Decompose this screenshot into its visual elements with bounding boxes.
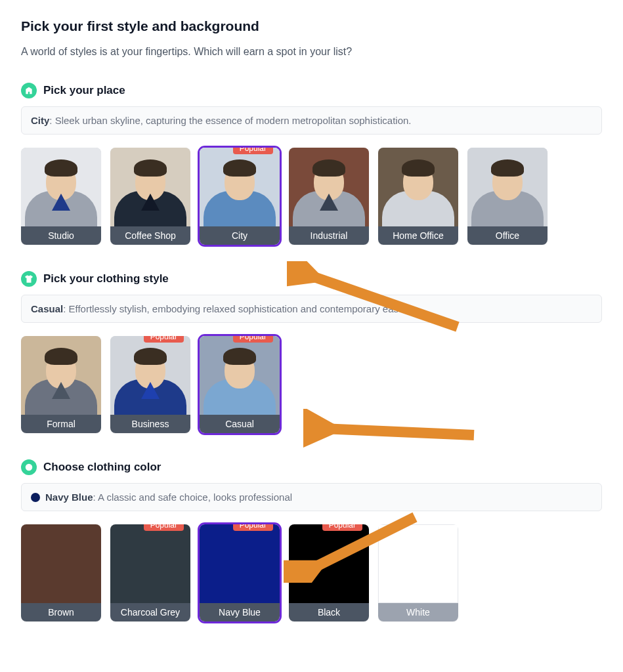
section-place: Pick your place City: Sleek urban skylin…	[21, 83, 602, 245]
color-description-box: Navy Blue: A classic and safe choice, lo…	[21, 483, 602, 511]
place-description-box: City: Sleek urban skyline, capturing the…	[21, 106, 602, 135]
option-label: White	[378, 603, 458, 621]
option-label: Black	[289, 603, 369, 621]
option-label: Formal	[21, 415, 101, 433]
section-color-title: Choose clothing color	[43, 461, 161, 474]
section-place-title: Pick your place	[43, 84, 125, 97]
color-option-brown[interactable]: Brown	[21, 524, 101, 621]
popular-badge: Popular	[144, 524, 184, 531]
option-thumbnail	[21, 148, 101, 226]
page-title: Pick your first style and background	[21, 18, 602, 34]
color-option-charcoal-grey[interactable]: PopularCharcoal Grey	[110, 524, 190, 621]
option-thumbnail	[467, 148, 548, 226]
popular-badge: Popular	[322, 524, 362, 531]
option-label: Coffee Shop	[110, 226, 190, 245]
option-label: Brown	[21, 603, 101, 621]
option-label: City	[200, 226, 280, 245]
place-options-row: StudioCoffee ShopPopularCityIndustrialHo…	[21, 148, 602, 245]
clothing-description-box: Casual: Effortlessly stylish, embodying …	[21, 295, 602, 323]
color-options-row: BrownPopularCharcoal GreyPopularNavy Blu…	[21, 524, 602, 621]
color-option-white[interactable]: White	[378, 524, 458, 621]
popular-badge: Popular	[233, 524, 273, 531]
section-clothing: Pick your clothing style Casual: Effortl…	[21, 271, 602, 433]
clothing-selected-name: Casual	[31, 303, 63, 314]
color-swatch	[110, 524, 190, 603]
place-option-office[interactable]: Office	[467, 148, 548, 245]
clothing-option-business[interactable]: PopularBusiness	[110, 336, 190, 433]
popular-badge: Popular	[233, 148, 273, 154]
option-label: Charcoal Grey	[110, 603, 190, 621]
place-option-coffee-shop[interactable]: Coffee Shop	[110, 148, 190, 245]
option-label: Casual	[200, 415, 280, 433]
clothing-option-casual[interactable]: PopularCasual	[200, 336, 280, 433]
color-swatch	[200, 524, 280, 603]
option-thumbnail	[110, 148, 190, 226]
option-label: Studio	[21, 226, 101, 245]
option-label: Navy Blue	[200, 603, 280, 621]
color-swatch	[378, 524, 458, 603]
clothing-option-formal[interactable]: Formal	[21, 336, 101, 433]
option-thumbnail	[378, 148, 458, 226]
option-label: Industrial	[289, 226, 369, 245]
option-thumbnail	[21, 336, 101, 415]
place-option-industrial[interactable]: Industrial	[289, 148, 369, 245]
section-clothing-title: Pick your clothing style	[43, 272, 169, 285]
svg-point-1	[28, 466, 31, 469]
option-label: Business	[110, 415, 190, 433]
place-option-home-office[interactable]: Home Office	[378, 148, 458, 245]
color-selected-name: Navy Blue	[45, 492, 93, 503]
option-label: Home Office	[378, 226, 458, 245]
place-selected-name: City	[31, 115, 49, 126]
place-icon	[21, 83, 37, 98]
popular-badge: Popular	[233, 336, 273, 343]
option-thumbnail	[289, 148, 369, 226]
option-thumbnail	[200, 336, 280, 415]
popular-badge: Popular	[144, 336, 184, 343]
color-option-black[interactable]: PopularBlack	[289, 524, 369, 621]
option-label: Office	[467, 226, 548, 245]
palette-icon	[21, 459, 37, 475]
color-selected-desc: A classic and safe choice, looks profess…	[98, 492, 292, 503]
place-option-city[interactable]: PopularCity	[200, 148, 280, 245]
section-color: Choose clothing color Navy Blue: A class…	[21, 459, 602, 621]
color-selected-swatch	[31, 493, 40, 502]
option-thumbnail	[200, 148, 280, 226]
color-swatch	[21, 524, 101, 603]
option-thumbnail	[110, 336, 190, 415]
clothing-selected-desc: Effortlessly stylish, embodying relaxed …	[69, 303, 407, 314]
place-option-studio[interactable]: Studio	[21, 148, 101, 245]
shirt-icon	[21, 271, 37, 287]
clothing-options-row: FormalPopularBusinessPopularCasual	[21, 336, 602, 433]
color-swatch	[289, 524, 369, 603]
page-subtitle: A world of styles is at your fingertips.…	[21, 46, 602, 58]
color-option-navy-blue[interactable]: PopularNavy Blue	[200, 524, 280, 621]
place-selected-desc: Sleek urban skyline, capturing the essen…	[55, 115, 412, 126]
